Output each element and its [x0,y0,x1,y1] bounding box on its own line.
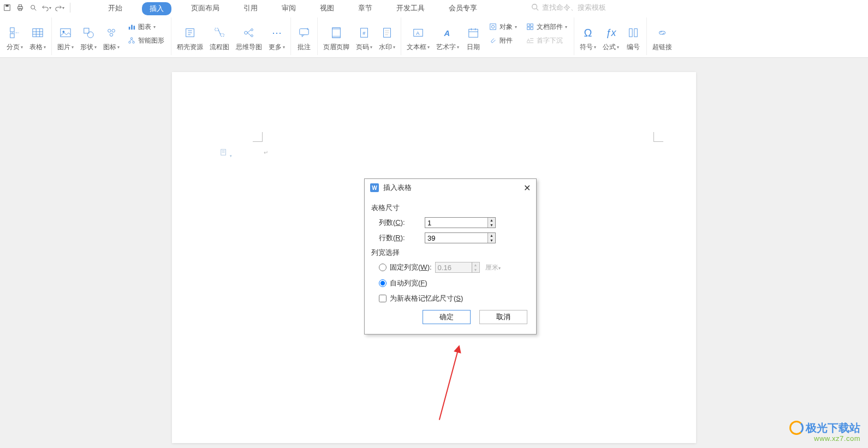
tab-member[interactable]: 会员专享 [444,1,481,15]
attach-label: 附件 [500,36,513,45]
dialog-logo-icon: W [370,183,379,192]
cols-up[interactable]: ▲ [488,218,495,223]
docpart-icon [526,22,534,31]
svg-rect-70 [634,29,638,37]
tab-view[interactable]: 视图 [316,1,338,15]
shapes-label: 形状 [80,43,93,52]
rows-input[interactable] [425,232,496,243]
undo-icon[interactable]: ▾ [41,3,51,13]
tab-pagelayout[interactable]: 页面布局 [187,1,224,15]
comment-button[interactable]: + 批注 [296,25,312,55]
watermark-logo: 极光下载站 www.xz7.com [789,421,860,443]
close-icon[interactable]: ✕ [524,183,531,193]
tab-section[interactable]: 章节 [354,1,377,15]
dropcap-button[interactable]: A 首字下沉 [525,35,568,46]
svg-rect-34 [221,34,224,37]
svg-point-37 [251,29,253,31]
tab-devtools[interactable]: 开发工具 [392,1,429,15]
comment-label: 批注 [298,43,311,52]
mindmap-icon [241,25,257,40]
rows-row: 行数(R): ▲▼ [379,232,530,243]
svg-line-1 [537,8,539,10]
object-button[interactable]: 对象▾ [487,21,518,33]
tab-reference[interactable]: 引用 [239,1,262,15]
icons-button[interactable]: 图标▾ [103,25,120,55]
attach-icon [489,36,497,45]
rows-spinner[interactable]: ▲▼ [425,232,496,243]
watermark-label: 水印 [379,43,392,52]
remember-label: 为新表格记忆此尺寸(S) [390,294,463,303]
preview-icon[interactable] [28,3,38,13]
dropcap-icon: A [526,36,534,45]
table-label: 表格 [29,43,43,52]
chart-icon [127,22,136,31]
unit-label: 厘米▾ [485,263,501,272]
tab-start[interactable]: 开始 [104,1,127,15]
icons-label: 图标 [103,43,116,52]
svg-rect-64 [531,27,533,29]
svg-rect-69 [629,29,633,37]
svg-rect-59 [490,24,496,30]
mindmap-button[interactable]: 思维导图 [236,25,262,55]
cols-down[interactable]: ▼ [488,223,495,228]
pagebreak-button[interactable]: 分页▾ [7,25,23,55]
watermark-title: 极光下载站 [806,422,860,434]
redo-icon[interactable]: ▾ [55,3,64,13]
flow-button[interactable]: 流程图 [210,25,229,55]
rows-down[interactable]: ▼ [488,238,495,243]
more-button[interactable]: ⋯ 更多▾ [269,25,285,55]
rows-up[interactable]: ▲ [488,233,495,238]
search-placeholder: 查找命令、搜索模板 [542,3,606,13]
search-area[interactable]: 查找命令、搜索模板 [531,3,606,13]
shapes-button[interactable]: 形状▾ [80,25,97,55]
formula-icon: ƒx [603,25,619,40]
number-button[interactable]: 编号 [626,25,641,55]
headerfooter-button[interactable]: 页眉页脚 [323,25,349,55]
attach-button[interactable]: 附件 [487,35,518,46]
res-button[interactable]: 稻壳资源 [177,25,203,55]
pagenum-button[interactable]: # 页码▾ [356,25,372,55]
hyperlink-icon [655,25,670,40]
textbox-button[interactable]: A 文本框▾ [407,25,430,55]
wordart-button[interactable]: A 艺术字▾ [436,25,459,55]
table-button[interactable]: 表格▾ [29,25,46,55]
svg-line-30 [130,39,132,41]
res-label: 稻壳资源 [177,43,203,52]
svg-rect-63 [527,27,530,29]
chart-label: 图表 [138,22,151,32]
formula-label: 公式 [603,43,616,52]
hyperlink-button[interactable]: 超链接 [652,25,672,55]
date-button[interactable]: 日期 [466,25,481,55]
svg-rect-26 [134,26,135,29]
columns-row: 列数(C): ▲▼ [379,217,530,228]
cols-spinner[interactable]: ▲▼ [425,217,496,228]
svg-point-29 [133,41,135,44]
cancel-button[interactable]: 取消 [479,310,527,324]
textbox-label: 文本框 [407,43,426,52]
paragraph-options-icon[interactable]: ▾ [220,148,229,157]
print-icon[interactable] [15,3,25,13]
fixed-width-radio[interactable] [379,264,387,271]
object-label: 对象 [500,22,513,32]
svg-line-35 [218,30,221,35]
pagenum-icon: # [356,25,372,40]
ok-button[interactable]: 确定 [423,310,471,324]
auto-width-radio[interactable] [379,279,387,287]
watermark-button[interactable]: 水印▾ [379,25,395,55]
flow-icon [212,25,227,40]
svg-point-36 [245,31,248,34]
save-icon[interactable] [2,3,12,13]
cols-input[interactable] [425,217,496,228]
tab-insert[interactable]: 插入 [142,2,171,15]
remember-checkbox[interactable] [379,295,387,302]
mindmap-label: 思维导图 [236,43,262,52]
formula-button[interactable]: ƒx 公式▾ [603,25,619,55]
tab-review[interactable]: 审阅 [277,1,300,15]
hyperlink-label: 超链接 [652,43,672,52]
chart-button[interactable]: 图表▾ [126,21,165,33]
docpart-button[interactable]: 文档部件▾ [525,21,568,33]
smartart-button[interactable]: 智能图形 [126,35,165,46]
picture-button[interactable]: 图片▾ [57,25,74,55]
symbol-button[interactable]: Ω 符号▾ [580,25,596,55]
dialog-titlebar[interactable]: W 插入表格 ✕ [365,179,536,196]
